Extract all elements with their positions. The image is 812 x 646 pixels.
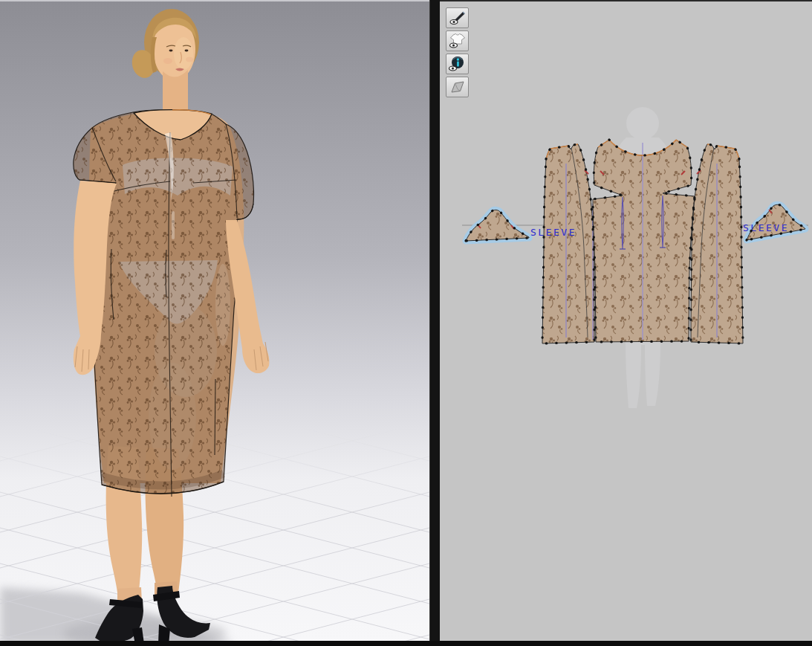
pattern-piece-front[interactable] [593,140,695,342]
garment-visibility-icon [449,33,467,49]
pattern-piece-back-left[interactable] [542,144,594,343]
3d-scene [0,0,429,641]
info-visibility-icon [449,56,467,72]
pattern-piece-back-right[interactable] [691,144,743,343]
garment-cad-app: SLEEVE SLEEVE [0,0,812,646]
2d-pattern-panel[interactable]: SLEEVE SLEEVE [440,0,812,641]
info-visibility-button[interactable] [446,54,469,74]
pattern-toolbar [446,7,469,97]
window-bottom-edge [0,641,812,646]
sleeve-label-left: SLEEVE [530,227,576,238]
garment-visibility-button[interactable] [446,30,469,51]
sleeve-label-right: SLEEVE [743,222,789,233]
needle-visibility-icon [449,10,467,26]
pattern-canvas[interactable]: SLEEVE SLEEVE [440,1,812,641]
panel-splitter[interactable] [429,0,441,641]
3d-viewport[interactable] [0,0,429,641]
needle-visibility-button[interactable] [446,7,469,28]
pattern-piece-button[interactable] [446,77,469,97]
pattern-piece-icon [449,79,467,95]
